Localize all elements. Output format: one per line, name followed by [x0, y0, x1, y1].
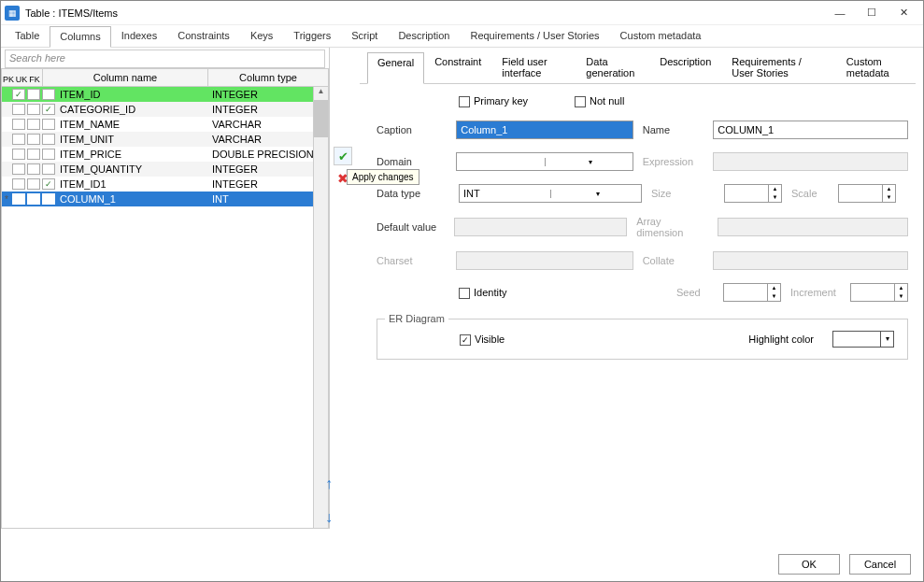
pk-checkbox[interactable] [12, 89, 25, 100]
maximize-button[interactable]: ☐ [856, 3, 888, 23]
main-tab-custom-metadata[interactable]: Custom metadata [610, 25, 712, 47]
column-name-cell[interactable]: ITEM_QUANTITY [56, 163, 208, 175]
header-name[interactable]: Column name [43, 69, 208, 86]
column-name-cell[interactable]: ITEM_UNIT [56, 134, 208, 145]
visible-checkbox[interactable]: Visible [460, 334, 505, 346]
main-tab-script[interactable]: Script [341, 25, 388, 47]
header-type[interactable]: Column type [208, 69, 328, 86]
scroll-up-icon[interactable]: ▲ [314, 87, 328, 100]
pk-checkbox[interactable] [12, 149, 25, 160]
column-type-cell[interactable]: INT [208, 193, 328, 205]
minimize-button[interactable]: — [824, 3, 856, 23]
right-panel: GeneralConstraintField user interfaceDat… [356, 48, 923, 529]
column-type-cell[interactable]: INTEGER [208, 104, 328, 115]
highlight-color-combo[interactable]: ▾ [832, 331, 894, 348]
main-tab-indexes[interactable]: Indexes [111, 25, 168, 47]
pk-checkbox[interactable] [12, 193, 25, 205]
pk-checkbox[interactable] [12, 134, 25, 145]
sub-tab-requirements-user-stories[interactable]: Requirements / User Stories [721, 51, 836, 83]
name-input[interactable] [713, 121, 908, 139]
sub-tab-data-generation[interactable]: Data generation [576, 51, 649, 83]
header-fk[interactable]: FK [28, 72, 41, 83]
caption-input[interactable] [456, 121, 633, 139]
fk-checkbox[interactable] [42, 89, 55, 100]
column-name-cell[interactable]: COLUMN_1 [56, 193, 208, 205]
pk-checkbox[interactable] [12, 119, 25, 130]
main-tab-requirements-user-stories[interactable]: Requirements / User Stories [460, 25, 609, 47]
array-input [718, 218, 908, 236]
uk-checkbox[interactable] [27, 104, 40, 115]
column-type-cell[interactable]: INTEGER [208, 178, 328, 190]
fk-checkbox[interactable] [42, 104, 55, 115]
fk-checkbox[interactable] [42, 134, 55, 145]
main-tab-keys[interactable]: Keys [240, 25, 283, 47]
header-uk[interactable]: UK [15, 72, 28, 83]
table-row[interactable]: ITEM_PRICEDOUBLE PRECISION [2, 147, 328, 162]
column-type-cell[interactable]: DOUBLE PRECISION [208, 149, 328, 160]
fk-checkbox[interactable] [42, 193, 55, 205]
caption-label: Caption [377, 124, 447, 135]
table-row[interactable]: ITEM_ID1INTEGER [2, 177, 328, 192]
fk-checkbox[interactable] [42, 178, 55, 190]
chevron-down-icon: ▾ [550, 190, 642, 198]
identity-checkbox[interactable]: Identity [459, 287, 506, 299]
pk-checkbox[interactable] [12, 163, 25, 175]
column-type-cell[interactable]: INTEGER [208, 163, 328, 175]
table-row[interactable]: CATEGORIE_IDINTEGER [2, 102, 328, 117]
main-tab-triggers[interactable]: Triggers [283, 25, 341, 47]
column-name-cell[interactable]: ITEM_PRICE [56, 149, 208, 160]
sub-tab-field-user-interface[interactable]: Field user interface [491, 51, 576, 83]
uk-checkbox[interactable] [27, 89, 40, 100]
data-type-combo[interactable]: INT▾ [459, 184, 642, 203]
column-type-cell[interactable]: VARCHAR [208, 119, 328, 130]
scale-spinner[interactable]: ▲▼ [838, 184, 896, 203]
uk-checkbox[interactable] [27, 193, 40, 205]
pk-checkbox[interactable] [12, 178, 25, 190]
column-name-cell[interactable]: ITEM_ID [56, 89, 208, 100]
table-row[interactable]: ITEM_UNITVARCHAR [2, 132, 328, 147]
header-pk[interactable]: PK [2, 72, 15, 83]
fk-checkbox[interactable] [42, 149, 55, 160]
grid-header: PK UK FK Column name Column type [1, 68, 329, 87]
column-type-cell[interactable]: INTEGER [208, 89, 328, 100]
apply-button[interactable]: ✔ [334, 147, 352, 165]
table-row[interactable]: ITEM_NAMEVARCHAR [2, 117, 328, 132]
cancel-button[interactable]: Cancel [849, 554, 911, 575]
column-type-cell[interactable]: VARCHAR [208, 134, 328, 145]
uk-checkbox[interactable] [27, 134, 40, 145]
default-input[interactable] [454, 218, 627, 236]
pk-checkbox[interactable] [12, 104, 25, 115]
close-button[interactable]: ✕ [888, 3, 919, 23]
search-input[interactable]: Search here [5, 50, 325, 68]
table-row[interactable]: ITEM_QUANTITYINTEGER [2, 162, 328, 177]
size-spinner[interactable]: ▲▼ [724, 184, 782, 203]
fk-checkbox[interactable] [42, 119, 55, 130]
uk-checkbox[interactable] [27, 119, 40, 130]
table-row[interactable]: *COLUMN_1INT [2, 192, 328, 206]
uk-checkbox[interactable] [27, 163, 40, 175]
sub-tab-constraint[interactable]: Constraint [424, 51, 491, 83]
uk-checkbox[interactable] [27, 149, 40, 160]
not-null-checkbox[interactable]: Not null [575, 95, 624, 107]
main-tab-constraints[interactable]: Constraints [167, 25, 240, 47]
primary-key-checkbox[interactable]: Primary key [459, 95, 528, 107]
column-name-cell[interactable]: ITEM_NAME [56, 119, 208, 130]
sub-tab-general[interactable]: General [367, 52, 424, 84]
move-down-button[interactable]: ↓ [325, 509, 333, 526]
fk-checkbox[interactable] [42, 163, 55, 175]
uk-checkbox[interactable] [27, 178, 40, 190]
vertical-scrollbar[interactable]: ▲ [313, 87, 328, 528]
scroll-thumb[interactable] [314, 100, 328, 137]
ok-button[interactable]: OK [778, 554, 840, 575]
move-up-button[interactable]: ↑ [325, 476, 333, 492]
table-row[interactable]: ITEM_IDINTEGER [2, 87, 328, 102]
main-tab-columns[interactable]: Columns [50, 26, 110, 48]
sub-tab-description[interactable]: Description [649, 51, 721, 83]
charset-input [456, 251, 633, 270]
domain-combo[interactable]: ▾ [456, 152, 633, 171]
sub-tab-custom-metadata[interactable]: Custom metadata [836, 51, 916, 83]
column-name-cell[interactable]: ITEM_ID1 [56, 178, 208, 190]
main-tab-table[interactable]: Table [5, 25, 50, 47]
column-name-cell[interactable]: CATEGORIE_ID [56, 104, 208, 115]
main-tab-description[interactable]: Description [388, 25, 460, 47]
